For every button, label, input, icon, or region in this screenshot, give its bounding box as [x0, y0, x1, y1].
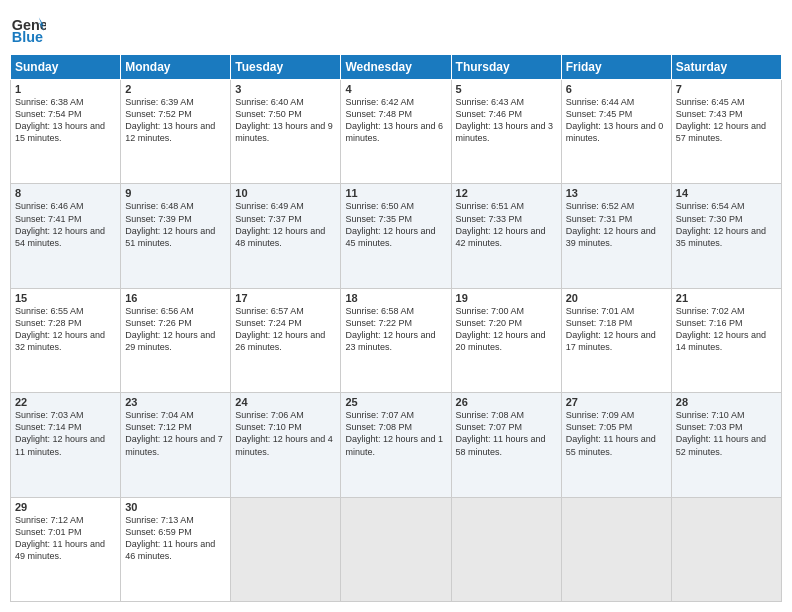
day-detail: Sunrise: 6:56 AM Sunset: 7:26 PM Dayligh… [125, 305, 226, 354]
calendar-header-sunday: Sunday [11, 55, 121, 80]
calendar-header-wednesday: Wednesday [341, 55, 451, 80]
calendar-cell: 22Sunrise: 7:03 AM Sunset: 7:14 PM Dayli… [11, 393, 121, 497]
calendar-cell: 24Sunrise: 7:06 AM Sunset: 7:10 PM Dayli… [231, 393, 341, 497]
calendar-cell: 21Sunrise: 7:02 AM Sunset: 7:16 PM Dayli… [671, 288, 781, 392]
day-number: 23 [125, 396, 226, 408]
calendar-cell: 6Sunrise: 6:44 AM Sunset: 7:45 PM Daylig… [561, 80, 671, 184]
day-number: 6 [566, 83, 667, 95]
day-number: 9 [125, 187, 226, 199]
day-detail: Sunrise: 7:12 AM Sunset: 7:01 PM Dayligh… [15, 514, 116, 563]
calendar-cell: 9Sunrise: 6:48 AM Sunset: 7:39 PM Daylig… [121, 184, 231, 288]
day-number: 11 [345, 187, 446, 199]
calendar-header-thursday: Thursday [451, 55, 561, 80]
calendar-week-row: 29Sunrise: 7:12 AM Sunset: 7:01 PM Dayli… [11, 497, 782, 601]
day-detail: Sunrise: 6:46 AM Sunset: 7:41 PM Dayligh… [15, 200, 116, 249]
day-number: 3 [235, 83, 336, 95]
day-number: 1 [15, 83, 116, 95]
calendar-cell: 17Sunrise: 6:57 AM Sunset: 7:24 PM Dayli… [231, 288, 341, 392]
calendar-week-row: 1Sunrise: 6:38 AM Sunset: 7:54 PM Daylig… [11, 80, 782, 184]
day-number: 30 [125, 501, 226, 513]
day-detail: Sunrise: 6:42 AM Sunset: 7:48 PM Dayligh… [345, 96, 446, 145]
calendar-cell: 5Sunrise: 6:43 AM Sunset: 7:46 PM Daylig… [451, 80, 561, 184]
day-number: 7 [676, 83, 777, 95]
calendar-week-row: 8Sunrise: 6:46 AM Sunset: 7:41 PM Daylig… [11, 184, 782, 288]
calendar-cell: 13Sunrise: 6:52 AM Sunset: 7:31 PM Dayli… [561, 184, 671, 288]
calendar-cell: 8Sunrise: 6:46 AM Sunset: 7:41 PM Daylig… [11, 184, 121, 288]
calendar-header-saturday: Saturday [671, 55, 781, 80]
day-detail: Sunrise: 6:55 AM Sunset: 7:28 PM Dayligh… [15, 305, 116, 354]
day-number: 10 [235, 187, 336, 199]
day-detail: Sunrise: 6:45 AM Sunset: 7:43 PM Dayligh… [676, 96, 777, 145]
calendar-cell: 10Sunrise: 6:49 AM Sunset: 7:37 PM Dayli… [231, 184, 341, 288]
calendar-cell: 29Sunrise: 7:12 AM Sunset: 7:01 PM Dayli… [11, 497, 121, 601]
day-number: 14 [676, 187, 777, 199]
day-detail: Sunrise: 7:02 AM Sunset: 7:16 PM Dayligh… [676, 305, 777, 354]
day-number: 25 [345, 396, 446, 408]
day-number: 22 [15, 396, 116, 408]
day-number: 17 [235, 292, 336, 304]
day-detail: Sunrise: 6:44 AM Sunset: 7:45 PM Dayligh… [566, 96, 667, 145]
page: General Blue SundayMondayTuesdayWednesda… [0, 0, 792, 612]
calendar-cell [341, 497, 451, 601]
day-detail: Sunrise: 7:08 AM Sunset: 7:07 PM Dayligh… [456, 409, 557, 458]
day-number: 16 [125, 292, 226, 304]
day-number: 19 [456, 292, 557, 304]
calendar-cell: 7Sunrise: 6:45 AM Sunset: 7:43 PM Daylig… [671, 80, 781, 184]
day-number: 24 [235, 396, 336, 408]
day-detail: Sunrise: 6:49 AM Sunset: 7:37 PM Dayligh… [235, 200, 336, 249]
day-number: 12 [456, 187, 557, 199]
day-detail: Sunrise: 7:10 AM Sunset: 7:03 PM Dayligh… [676, 409, 777, 458]
calendar-cell: 26Sunrise: 7:08 AM Sunset: 7:07 PM Dayli… [451, 393, 561, 497]
day-number: 26 [456, 396, 557, 408]
calendar-header-friday: Friday [561, 55, 671, 80]
day-detail: Sunrise: 6:48 AM Sunset: 7:39 PM Dayligh… [125, 200, 226, 249]
day-detail: Sunrise: 7:13 AM Sunset: 6:59 PM Dayligh… [125, 514, 226, 563]
calendar-table: SundayMondayTuesdayWednesdayThursdayFrid… [10, 54, 782, 602]
day-detail: Sunrise: 7:03 AM Sunset: 7:14 PM Dayligh… [15, 409, 116, 458]
day-detail: Sunrise: 7:00 AM Sunset: 7:20 PM Dayligh… [456, 305, 557, 354]
day-number: 13 [566, 187, 667, 199]
day-number: 2 [125, 83, 226, 95]
svg-text:Blue: Blue [12, 29, 43, 45]
day-number: 20 [566, 292, 667, 304]
calendar-cell: 23Sunrise: 7:04 AM Sunset: 7:12 PM Dayli… [121, 393, 231, 497]
calendar-cell: 15Sunrise: 6:55 AM Sunset: 7:28 PM Dayli… [11, 288, 121, 392]
calendar-cell: 11Sunrise: 6:50 AM Sunset: 7:35 PM Dayli… [341, 184, 451, 288]
calendar-header-monday: Monday [121, 55, 231, 80]
day-detail: Sunrise: 7:09 AM Sunset: 7:05 PM Dayligh… [566, 409, 667, 458]
day-detail: Sunrise: 7:06 AM Sunset: 7:10 PM Dayligh… [235, 409, 336, 458]
calendar-cell: 20Sunrise: 7:01 AM Sunset: 7:18 PM Dayli… [561, 288, 671, 392]
calendar-header-row: SundayMondayTuesdayWednesdayThursdayFrid… [11, 55, 782, 80]
calendar-week-row: 22Sunrise: 7:03 AM Sunset: 7:14 PM Dayli… [11, 393, 782, 497]
header: General Blue [10, 10, 782, 46]
calendar-cell: 30Sunrise: 7:13 AM Sunset: 6:59 PM Dayli… [121, 497, 231, 601]
day-number: 29 [15, 501, 116, 513]
day-number: 27 [566, 396, 667, 408]
calendar-header-tuesday: Tuesday [231, 55, 341, 80]
day-detail: Sunrise: 6:52 AM Sunset: 7:31 PM Dayligh… [566, 200, 667, 249]
calendar-cell: 19Sunrise: 7:00 AM Sunset: 7:20 PM Dayli… [451, 288, 561, 392]
calendar-cell: 25Sunrise: 7:07 AM Sunset: 7:08 PM Dayli… [341, 393, 451, 497]
calendar-cell [561, 497, 671, 601]
calendar-week-row: 15Sunrise: 6:55 AM Sunset: 7:28 PM Dayli… [11, 288, 782, 392]
day-detail: Sunrise: 6:54 AM Sunset: 7:30 PM Dayligh… [676, 200, 777, 249]
calendar-cell: 1Sunrise: 6:38 AM Sunset: 7:54 PM Daylig… [11, 80, 121, 184]
day-detail: Sunrise: 6:38 AM Sunset: 7:54 PM Dayligh… [15, 96, 116, 145]
day-detail: Sunrise: 7:04 AM Sunset: 7:12 PM Dayligh… [125, 409, 226, 458]
calendar-cell: 3Sunrise: 6:40 AM Sunset: 7:50 PM Daylig… [231, 80, 341, 184]
day-number: 15 [15, 292, 116, 304]
logo: General Blue [10, 10, 50, 46]
day-number: 21 [676, 292, 777, 304]
day-number: 28 [676, 396, 777, 408]
day-detail: Sunrise: 6:58 AM Sunset: 7:22 PM Dayligh… [345, 305, 446, 354]
day-number: 5 [456, 83, 557, 95]
calendar-cell [451, 497, 561, 601]
calendar-cell: 28Sunrise: 7:10 AM Sunset: 7:03 PM Dayli… [671, 393, 781, 497]
calendar-cell [231, 497, 341, 601]
day-detail: Sunrise: 7:07 AM Sunset: 7:08 PM Dayligh… [345, 409, 446, 458]
calendar-cell: 4Sunrise: 6:42 AM Sunset: 7:48 PM Daylig… [341, 80, 451, 184]
day-number: 8 [15, 187, 116, 199]
day-detail: Sunrise: 7:01 AM Sunset: 7:18 PM Dayligh… [566, 305, 667, 354]
day-detail: Sunrise: 6:43 AM Sunset: 7:46 PM Dayligh… [456, 96, 557, 145]
calendar-cell: 16Sunrise: 6:56 AM Sunset: 7:26 PM Dayli… [121, 288, 231, 392]
